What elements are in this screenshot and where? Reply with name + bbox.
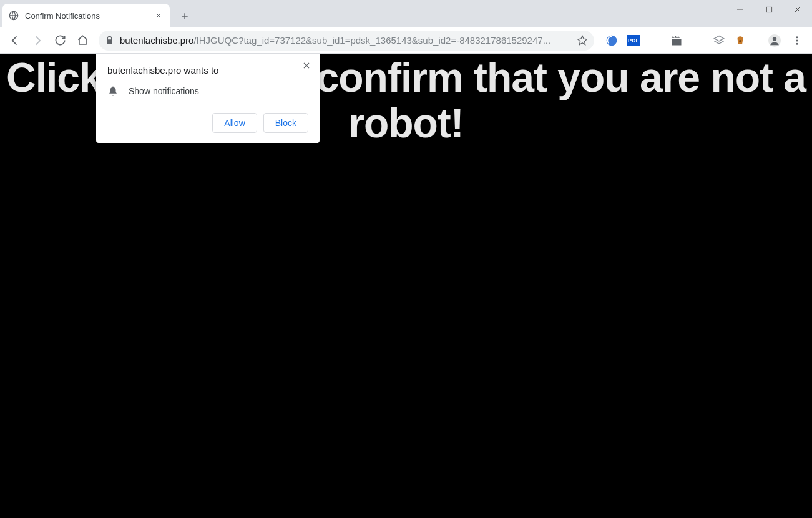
svg-point-7	[796, 39, 798, 41]
reload-button[interactable]	[50, 31, 70, 51]
svg-point-3	[739, 39, 741, 42]
browser-tab[interactable]: Confirm Notifications	[2, 4, 170, 27]
popup-title: butenlachisbe.pro wants to	[107, 65, 308, 76]
extension-bag-icon[interactable]	[734, 34, 746, 47]
svg-point-8	[796, 42, 798, 44]
browser-window: Confirm Notifications	[0, 0, 812, 518]
extension-pdf-icon[interactable]: PDF	[627, 35, 640, 46]
permission-text: Show notifications	[129, 86, 199, 96]
page-content: Click "Allow" to confirm that you are no…	[0, 54, 812, 518]
back-button[interactable]	[5, 31, 25, 51]
home-button[interactable]	[72, 31, 92, 51]
window-controls	[726, 0, 812, 19]
toolbar-divider	[758, 34, 758, 47]
url-path: /IHJGUQC?tag_id=737122&sub_id1=pdsk_1365…	[193, 35, 550, 46]
lock-icon	[105, 36, 115, 46]
spacer	[692, 34, 704, 47]
allow-button[interactable]: Allow	[212, 113, 257, 133]
svg-point-5	[773, 37, 776, 41]
tab-close-icon[interactable]	[154, 11, 164, 21]
globe-icon	[9, 11, 19, 21]
minimize-button[interactable]	[726, 0, 755, 19]
tab-bar: Confirm Notifications	[0, 0, 812, 27]
bookmark-star-icon[interactable]	[577, 35, 588, 46]
svg-rect-1	[766, 7, 771, 12]
forward-button[interactable]	[27, 31, 47, 51]
url-host: butenlachisbe.pro	[120, 35, 193, 46]
close-window-button[interactable]	[783, 0, 812, 19]
tab-title: Confirm Notifications	[25, 11, 154, 21]
popup-close-icon[interactable]	[301, 60, 312, 71]
svg-point-6	[796, 36, 798, 38]
url-text: butenlachisbe.pro/IHJGUQC?tag_id=737122&…	[120, 35, 550, 46]
permission-row: Show notifications	[107, 86, 308, 97]
extension-layers-icon[interactable]	[713, 34, 725, 47]
extension-icons: PDF	[600, 34, 751, 47]
popup-buttons: Allow Block	[107, 113, 308, 133]
browser-toolbar: butenlachisbe.pro/IHJGUQC?tag_id=737122&…	[0, 27, 812, 54]
address-bar[interactable]: butenlachisbe.pro/IHJGUQC?tag_id=737122&…	[99, 31, 594, 51]
notification-permission-popup: butenlachisbe.pro wants to Show notifica…	[96, 54, 320, 143]
bell-icon	[107, 86, 119, 97]
menu-button[interactable]	[787, 31, 807, 51]
spacer	[649, 34, 662, 47]
maximize-button[interactable]	[755, 0, 783, 19]
new-tab-button[interactable]	[176, 7, 193, 25]
extension-clapper-icon[interactable]	[670, 34, 683, 47]
extension-swirl-icon[interactable]	[605, 34, 618, 47]
block-button[interactable]: Block	[263, 113, 308, 133]
profile-button[interactable]	[765, 31, 785, 51]
